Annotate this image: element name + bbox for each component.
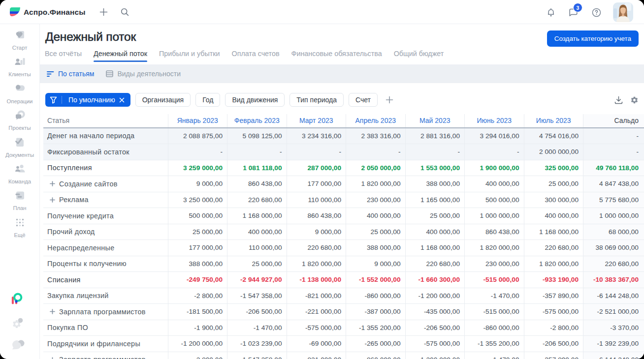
tab-5[interactable]: Общий бюджет <box>394 50 444 62</box>
cell-14-2: -821 000,00 <box>287 352 347 359</box>
settings-gear-icon[interactable] <box>630 96 639 104</box>
cell-10-3: -860 000,00 <box>346 288 406 304</box>
cell-10-5: -1 470,00 <box>465 288 524 304</box>
row-label-cell: Зарплата программистов <box>43 304 168 320</box>
column-header-3[interactable]: Март 2023 <box>287 114 347 127</box>
sidebar-item-more[interactable]: Ещё <box>0 216 39 238</box>
row-label-cell: Нераспределенные <box>43 240 168 256</box>
column-header-1[interactable]: Январь 2023 <box>168 114 228 127</box>
table-row-12: Покупка ПО-1 900,00-1 470,00-575 000,00-… <box>43 320 644 336</box>
cell-0-2: 3 234 316,00 <box>287 128 347 144</box>
filter-chip-1[interactable]: Год <box>195 93 220 107</box>
sidebar-item-projects[interactable]: Проекты <box>0 109 39 131</box>
cell-13-7: -1 392 239,00 <box>583 336 644 352</box>
cell-6-4: 400 000,00 <box>406 224 465 240</box>
column-header-7[interactable]: Июль 2023 <box>524 114 584 127</box>
table-row-10: Закупка лицензий-2 800,00-1 547 358,00-8… <box>43 288 644 304</box>
row-label-cell: Подрядчики и фрилансеры <box>43 336 168 352</box>
cell-5-6: 400 000,00 <box>524 208 584 224</box>
plan-icon <box>14 189 26 204</box>
filter-chip-2[interactable]: Вид движения <box>225 93 285 107</box>
sidebar-item-documents[interactable]: Документы <box>0 136 39 158</box>
filter-chips-group: ОрганизацияГодВид движенияТип периодаСче… <box>135 93 378 107</box>
cell-12-2: -575 000,00 <box>287 320 347 336</box>
sidebar-bottom-pachka-icon[interactable] <box>0 292 35 306</box>
cell-8-0: 388 000,00 <box>168 256 228 272</box>
cell-4-7: 5 775 680,00 <box>583 192 644 208</box>
expand-plus-icon[interactable] <box>50 197 55 203</box>
clear-filter-icon[interactable] <box>119 97 125 103</box>
projects-icon <box>14 109 26 123</box>
sidebar-item-label: Документы <box>5 152 34 158</box>
active-filter-button[interactable]: По умолчанию <box>45 93 130 107</box>
cell-9-7: -10 383 367,00 <box>583 272 644 288</box>
cell-12-0: -1 900,00 <box>168 320 228 336</box>
cell-2-1: 1 081 118,00 <box>227 160 287 176</box>
cell-5-0: 500 000,00 <box>168 208 228 224</box>
cell-2-4: 1 553 000,00 <box>406 160 465 176</box>
table-row-9: Списания-249 750,00-2 944 927,00-1 138 0… <box>43 272 644 288</box>
tab-2[interactable]: Прибыли и убытки <box>159 50 220 62</box>
tab-3[interactable]: Оплата счетов <box>232 50 280 62</box>
sidebar-item-start[interactable]: Старт <box>0 29 39 51</box>
column-header-6[interactable]: Июнь 2023 <box>465 114 524 127</box>
subtab-1[interactable]: Виды деятельности <box>106 70 181 78</box>
expand-plus-icon[interactable] <box>50 309 55 314</box>
row-label-cell: Прочий доход <box>43 224 168 240</box>
sidebar-item-operations[interactable]: Операции <box>0 83 39 104</box>
row-label: Покупка ПО <box>47 324 88 331</box>
add-filter-icon[interactable] <box>386 96 393 104</box>
sidebar-item-label: Старт <box>12 45 28 51</box>
column-header-2[interactable]: Февраль 2023 <box>227 114 287 127</box>
row-label-cell: Закупка лицензий <box>43 288 168 304</box>
cell-12-5: -860 000,00 <box>465 320 524 336</box>
cell-3-2: 177 000,00 <box>287 176 347 192</box>
user-avatar[interactable] <box>613 2 633 22</box>
tab-0[interactable]: Все отчёты <box>45 50 82 62</box>
subtab-0[interactable]: По статьям <box>47 70 94 78</box>
column-header-5[interactable]: Май 2023 <box>406 114 465 127</box>
sidebar-bottom-gear-badge-icon[interactable] <box>0 316 35 330</box>
cell-6-5: 860 438,00 <box>465 224 524 240</box>
cell-13-1: -1 023 239,00 <box>227 336 287 352</box>
cell-6-3: 25 000,00 <box>346 224 406 240</box>
expand-plus-icon[interactable] <box>50 357 55 359</box>
sidebar-item-clients[interactable]: Клиенты <box>0 56 39 77</box>
add-icon[interactable] <box>99 8 108 18</box>
row-label: Фиксированный остаток <box>47 148 129 156</box>
main-content: Денежный поток Создать категорию учета В… <box>40 24 644 359</box>
filter-chip-3[interactable]: Тип периода <box>290 93 344 107</box>
team-icon <box>14 163 26 177</box>
cell-11-6: -575 000,00 <box>524 304 584 320</box>
cell-11-0: -181 500,00 <box>168 304 228 320</box>
cell-4-5: 500 000,00 <box>465 192 524 208</box>
notifications-bell-icon[interactable] <box>547 8 555 19</box>
cell-13-6: -206 500,00 <box>524 336 584 352</box>
sidebar-item-plan[interactable]: План <box>0 189 39 211</box>
sidebar-bottom-chat-badge-icon[interactable] <box>0 339 35 352</box>
tab-4[interactable]: Финансовые обязательства <box>291 50 382 62</box>
sidebar-item-team[interactable]: Команда <box>0 163 39 184</box>
row-label-cell: Денег на начало периода <box>43 128 168 144</box>
cell-5-1: 1 168 000,00 <box>227 208 287 224</box>
cell-2-0: 3 259 000,00 <box>168 160 228 176</box>
help-icon[interactable] <box>592 8 601 19</box>
cell-8-5: 230 000,00 <box>465 256 524 272</box>
filter-chip-0[interactable]: Организация <box>135 93 191 107</box>
tab-cashflow-active[interactable]: Денежный поток <box>94 50 147 62</box>
search-icon[interactable] <box>121 8 129 18</box>
cell-3-4: 388 000,00 <box>406 176 465 192</box>
table-row-1: Фиксированный остаток------2 000 000,00- <box>43 144 644 160</box>
cell-7-3: 388 000,00 <box>346 240 406 256</box>
column-header-4[interactable]: Апрель 2023 <box>346 114 406 127</box>
cell-0-3: 2 383 316,00 <box>346 128 406 144</box>
cell-11-2: -221 000,00 <box>287 304 347 320</box>
create-category-button[interactable]: Создать категорию учета <box>547 30 639 47</box>
column-header-8: Сальдо <box>583 114 644 127</box>
download-icon[interactable] <box>614 96 623 104</box>
cell-13-2: -69 000,00 <box>287 336 347 352</box>
filter-chip-4[interactable]: Счет <box>349 93 378 107</box>
expand-plus-icon[interactable] <box>50 181 55 186</box>
row-label-cell: Создание сайтов <box>43 176 168 192</box>
cell-2-6: 325 000,00 <box>524 160 584 176</box>
